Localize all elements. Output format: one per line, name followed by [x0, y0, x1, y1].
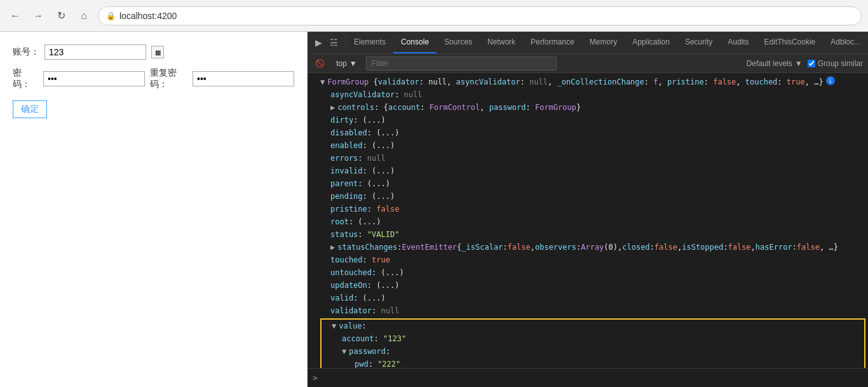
home-button[interactable]: ⌂: [75, 7, 93, 25]
chevron-down-icon: ▼: [795, 59, 803, 68]
console-prompt: >: [313, 373, 318, 383]
copy-button[interactable]: ▦: [151, 46, 164, 58]
console-line-value-pwd[interactable]: pwd : "222": [322, 358, 864, 368]
tab-adblock[interactable]: Adbloc...: [823, 32, 868, 53]
password-row: 密码： 重复密码：: [13, 67, 294, 90]
console-line-touched[interactable]: touched : true: [308, 254, 868, 266]
confirm-button[interactable]: 确定: [13, 100, 47, 118]
devtools-toolbar: ▶ ☵ Elements Console Sources Network Per…: [308, 32, 868, 54]
console-filter-input[interactable]: [366, 57, 557, 71]
expand-arrow-value[interactable]: [332, 320, 336, 332]
top-context-dropdown[interactable]: top ▼: [332, 58, 361, 69]
refresh-button[interactable]: ↻: [52, 7, 70, 25]
tab-elements[interactable]: Elements: [346, 32, 393, 53]
app-panel: 账号： ▦ 密码： 重复密码： 确定: [0, 32, 308, 387]
password-label: 密码：: [13, 67, 38, 90]
console-input-row: >: [308, 368, 868, 387]
tab-network[interactable]: Network: [480, 32, 523, 53]
expand-arrow-controls[interactable]: [330, 102, 335, 113]
confirm-password-label: 重复密码：: [150, 67, 187, 90]
console-line-pristine[interactable]: pristine : false: [308, 203, 868, 215]
devtools-panel: ▶ ☵ Elements Console Sources Network Per…: [308, 32, 868, 387]
clear-console-button[interactable]: 🚫: [313, 58, 327, 69]
device-toolbar-button[interactable]: ☵: [327, 36, 341, 49]
tab-security[interactable]: Security: [677, 32, 720, 53]
console-line-status[interactable]: status : "VALID": [308, 228, 868, 241]
console-line-parent[interactable]: parent : (...): [308, 177, 868, 190]
tab-application[interactable]: Application: [625, 32, 677, 53]
console-toolbar: 🚫 top ▼ Default levels ▼ Group similar: [308, 54, 868, 73]
expand-arrow[interactable]: [320, 76, 325, 88]
console-line-root[interactable]: root : (...): [308, 215, 868, 228]
default-levels-dropdown[interactable]: Default levels ▼: [747, 59, 803, 68]
console-line-errors[interactable]: errors : null: [308, 152, 868, 165]
value-section-highlight: value : account : "123" password :: [320, 318, 865, 368]
back-button[interactable]: ←: [6, 7, 24, 25]
url-text: localhost:4200: [119, 11, 177, 21]
console-input-field[interactable]: [322, 373, 863, 383]
group-similar-toggle: Group similar: [808, 59, 863, 68]
tab-sources[interactable]: Sources: [437, 32, 480, 53]
lock-icon: 🔒: [106, 11, 116, 20]
tab-audits[interactable]: Audits: [720, 32, 756, 53]
account-row: 账号： ▦: [13, 44, 294, 60]
password-input[interactable]: [43, 71, 145, 86]
console-line-untouched[interactable]: untouched : (...): [308, 266, 868, 279]
console-line-disabled[interactable]: disabled : (...): [308, 126, 868, 139]
console-output: FormGroup { validator : null, asyncValid…: [308, 73, 868, 368]
tab-memory[interactable]: Memory: [582, 32, 625, 53]
console-line-invalid[interactable]: invalid : (...): [308, 165, 868, 177]
console-line-valid[interactable]: valid : (...): [308, 292, 868, 304]
console-line-pending[interactable]: pending : (...): [308, 190, 868, 203]
console-line-statuschanges[interactable]: statusChanges : EventEmitter { _isScalar…: [308, 241, 868, 254]
console-line-dirty[interactable]: dirty : (...): [308, 114, 868, 126]
console-line-value-account[interactable]: account : "123": [322, 332, 864, 345]
forward-button[interactable]: →: [29, 7, 47, 25]
dropdown-arrow-icon: ▼: [349, 59, 357, 68]
inspect-element-button[interactable]: ▶: [313, 36, 325, 49]
toolbar-icons: ▶ ☵: [308, 32, 346, 53]
group-similar-checkbox[interactable]: [808, 60, 815, 67]
console-line-value[interactable]: value :: [322, 320, 864, 332]
account-label: 账号：: [13, 46, 39, 58]
console-line-enabled[interactable]: enabled : (...): [308, 139, 868, 152]
account-input[interactable]: [44, 44, 146, 60]
console-line-asyncvalidator[interactable]: asyncValidator : null: [308, 88, 868, 101]
console-line-updateon[interactable]: updateOn : (...): [308, 279, 868, 292]
address-bar[interactable]: 🔒 localhost:4200: [98, 6, 862, 25]
console-line-controls[interactable]: controls : { account : FormControl , pas…: [308, 101, 868, 114]
expand-arrow-password[interactable]: [342, 346, 346, 357]
main-content: 账号： ▦ 密码： 重复密码： 确定 ▶ ☵ Elements: [0, 32, 868, 387]
console-line-formgroup[interactable]: FormGroup { validator : null, asyncValid…: [308, 76, 868, 88]
console-line-value-password[interactable]: password :: [322, 345, 864, 358]
console-line-validator[interactable]: validator : null: [308, 304, 868, 317]
tab-console[interactable]: Console: [393, 32, 437, 53]
devtools-tabs: Elements Console Sources Network Perform…: [346, 32, 868, 53]
browser-chrome: ← → ↻ ⌂ 🔒 localhost:4200: [0, 0, 868, 32]
info-icon[interactable]: i: [826, 76, 835, 85]
submit-row: 确定: [13, 98, 294, 118]
expand-arrow-statuschanges[interactable]: [330, 241, 335, 253]
confirm-password-input[interactable]: [193, 71, 294, 86]
tab-performance[interactable]: Performance: [523, 32, 582, 53]
tab-editthiscookie[interactable]: EditThisCookie: [757, 32, 824, 53]
